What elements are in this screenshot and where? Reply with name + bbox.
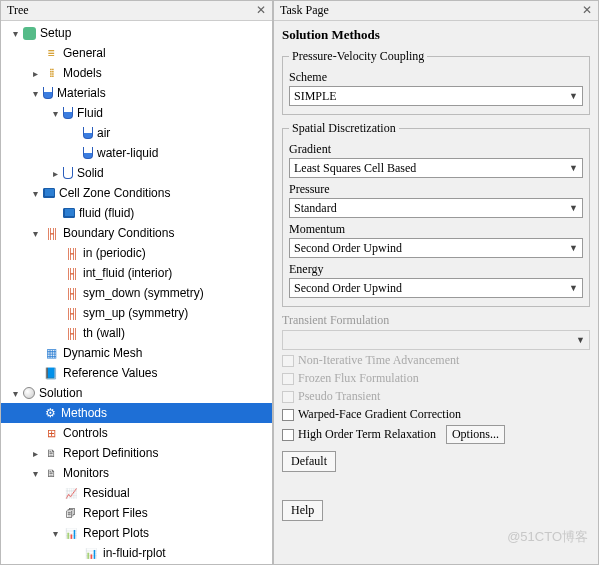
tree-item-cell-zone-conditions[interactable]: ▾Cell Zone Conditions bbox=[1, 183, 272, 203]
checkbox-icon bbox=[282, 355, 294, 367]
tree-item-solution[interactable]: ▾Solution bbox=[1, 383, 272, 403]
tree-item-label: Models bbox=[63, 66, 102, 80]
tree-item-residual[interactable]: Residual bbox=[1, 483, 272, 503]
checkbox-icon bbox=[282, 373, 294, 385]
tree-item-report-definitions[interactable]: ▸Report Definitions bbox=[1, 443, 272, 463]
tree-item-fluid-fluid-[interactable]: fluid (fluid) bbox=[1, 203, 272, 223]
ic-flask-icon bbox=[83, 127, 93, 139]
warped-face-checkbox[interactable]: Warped-Face Gradient Correction bbox=[282, 407, 590, 422]
frozen-flux-checkbox: Frozen Flux Formulation bbox=[282, 371, 590, 386]
tree-item-label: fluid (fluid) bbox=[79, 206, 134, 220]
scheme-select[interactable]: SIMPLE ▼ bbox=[289, 86, 583, 106]
help-button[interactable]: Help bbox=[282, 500, 323, 521]
tree-item-in-fluid-rplot[interactable]: in-fluid-rplot bbox=[1, 543, 272, 563]
pressure-select[interactable]: Standard▼ bbox=[289, 198, 583, 218]
scheme-value: SIMPLE bbox=[294, 89, 337, 104]
ic-bc-icon bbox=[63, 285, 79, 301]
tree-item-in-periodic-[interactable]: in (periodic) bbox=[1, 243, 272, 263]
expand-down-icon[interactable]: ▾ bbox=[29, 188, 41, 199]
tree-item-monitors[interactable]: ▾Monitors bbox=[1, 463, 272, 483]
ic-general-icon bbox=[43, 45, 59, 61]
pseudo-label: Pseudo Transient bbox=[298, 389, 380, 404]
expand-down-icon[interactable]: ▾ bbox=[29, 88, 41, 99]
checkbox-icon bbox=[282, 429, 294, 441]
ic-bc-icon bbox=[43, 225, 59, 241]
tree-item-fluid[interactable]: ▾Fluid bbox=[1, 103, 272, 123]
momentum-label: Momentum bbox=[289, 222, 583, 237]
ic-flask-icon bbox=[83, 147, 93, 159]
ic-rfiles-icon bbox=[63, 505, 79, 521]
expand-down-icon[interactable]: ▾ bbox=[49, 528, 61, 539]
ic-cellzone-icon bbox=[43, 188, 55, 198]
chevron-down-icon: ▼ bbox=[569, 243, 578, 253]
ic-report-icon bbox=[43, 445, 59, 461]
tree-item-label: int_fluid (interior) bbox=[83, 266, 172, 280]
pressure-value: Standard bbox=[294, 201, 337, 216]
tree-item-label: Dynamic Mesh bbox=[63, 346, 142, 360]
expand-down-icon[interactable]: ▾ bbox=[9, 28, 21, 39]
expand-right-icon[interactable]: ▸ bbox=[49, 168, 61, 179]
chevron-down-icon: ▼ bbox=[576, 335, 585, 345]
task-page-title: Task Page ✕ bbox=[274, 1, 598, 21]
tree-panel-title: Tree ✕ bbox=[1, 1, 272, 21]
spatial-disc-legend: Spatial Discretization bbox=[289, 121, 399, 136]
warped-label: Warped-Face Gradient Correction bbox=[298, 407, 461, 422]
expand-down-icon[interactable]: ▾ bbox=[29, 228, 41, 239]
tree-item-general[interactable]: General bbox=[1, 43, 272, 63]
chevron-down-icon: ▼ bbox=[569, 91, 578, 101]
energy-select[interactable]: Second Order Upwind▼ bbox=[289, 278, 583, 298]
transient-select: ▼ bbox=[282, 330, 590, 350]
ic-controls-icon bbox=[43, 425, 59, 441]
tree-item-methods[interactable]: Methods bbox=[1, 403, 272, 423]
task-page-title-text: Task Page bbox=[280, 3, 329, 18]
default-button[interactable]: Default bbox=[282, 451, 336, 472]
ic-book-icon bbox=[43, 365, 59, 381]
expand-down-icon[interactable]: ▾ bbox=[29, 468, 41, 479]
expand-down-icon[interactable]: ▾ bbox=[9, 388, 21, 399]
tree-item-reference-values[interactable]: Reference Values bbox=[1, 363, 272, 383]
gradient-select[interactable]: Least Squares Cell Based▼ bbox=[289, 158, 583, 178]
momentum-select[interactable]: Second Order Upwind▼ bbox=[289, 238, 583, 258]
ic-models-icon bbox=[43, 65, 59, 81]
ic-bc-icon bbox=[63, 245, 79, 261]
chevron-down-icon: ▼ bbox=[569, 163, 578, 173]
tree-item-report-plots[interactable]: ▾Report Plots bbox=[1, 523, 272, 543]
ic-resid-icon bbox=[63, 485, 79, 501]
close-icon[interactable]: ✕ bbox=[582, 3, 592, 18]
tree-item-label: Setup bbox=[40, 26, 71, 40]
expand-right-icon[interactable]: ▸ bbox=[29, 68, 41, 79]
tree-item-label: Cell Zone Conditions bbox=[59, 186, 170, 200]
nita-label: Non-Iterative Time Advancement bbox=[298, 353, 459, 368]
tree-panel: Tree ✕ ▾SetupGeneral▸Models▾Materials▾Fl… bbox=[0, 0, 273, 565]
tree-item-label: in (periodic) bbox=[83, 246, 146, 260]
ic-dynmesh-icon bbox=[43, 345, 59, 361]
tree-item-label: Residual bbox=[83, 486, 130, 500]
tree-item-setup[interactable]: ▾Setup bbox=[1, 23, 272, 43]
tree-item-air[interactable]: air bbox=[1, 123, 272, 143]
tree-item-th-wall-[interactable]: th (wall) bbox=[1, 323, 272, 343]
energy-value: Second Order Upwind bbox=[294, 281, 402, 296]
tree-item-label: th (wall) bbox=[83, 326, 125, 340]
expand-down-icon[interactable]: ▾ bbox=[49, 108, 61, 119]
pressure-label: Pressure bbox=[289, 182, 583, 197]
close-icon[interactable]: ✕ bbox=[256, 3, 266, 18]
task-page-panel: Task Page ✕ Solution Methods Pressure-Ve… bbox=[273, 0, 599, 565]
tree-item-int-fluid-interior-[interactable]: int_fluid (interior) bbox=[1, 263, 272, 283]
tree-item-sym-down-symmetry-[interactable]: sym_down (symmetry) bbox=[1, 283, 272, 303]
tree-item-controls[interactable]: Controls bbox=[1, 423, 272, 443]
tree-item-sym-up-symmetry-[interactable]: sym_up (symmetry) bbox=[1, 303, 272, 323]
tree-item-convergence-conditions[interactable]: Convergence Conditions bbox=[1, 563, 272, 564]
pv-coupling-group: Pressure-Velocity Coupling Scheme SIMPLE… bbox=[282, 49, 590, 115]
tree-item-report-files[interactable]: Report Files bbox=[1, 503, 272, 523]
high-order-checkbox[interactable]: High Order Term Relaxation Options... bbox=[282, 425, 590, 444]
tree-item-dynamic-mesh[interactable]: Dynamic Mesh bbox=[1, 343, 272, 363]
tree-item-models[interactable]: ▸Models bbox=[1, 63, 272, 83]
tree-item-solid[interactable]: ▸Solid bbox=[1, 163, 272, 183]
options-button[interactable]: Options... bbox=[446, 425, 505, 444]
expand-right-icon[interactable]: ▸ bbox=[29, 448, 41, 459]
tree-item-materials[interactable]: ▾Materials bbox=[1, 83, 272, 103]
tree-item-label: Solid bbox=[77, 166, 104, 180]
tree-item-label: Methods bbox=[61, 406, 107, 420]
tree-item-boundary-conditions[interactable]: ▾Boundary Conditions bbox=[1, 223, 272, 243]
tree-item-water-liquid[interactable]: water-liquid bbox=[1, 143, 272, 163]
